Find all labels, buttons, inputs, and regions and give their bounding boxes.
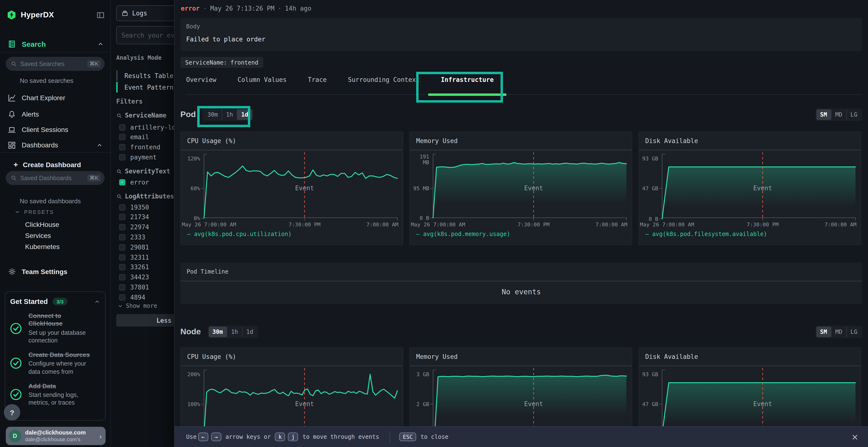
checkbox[interactable] — [119, 124, 125, 130]
help-button[interactable]: ? — [4, 404, 20, 420]
get-started-item[interactable]: Create Data SourcesConfigure where your … — [10, 351, 100, 376]
node-range-30m[interactable]: 30m — [209, 326, 227, 337]
node-range-1h[interactable]: 1h — [227, 326, 242, 337]
tab-infrastructure[interactable]: Infrastructure — [441, 76, 494, 94]
get-started-item[interactable]: Connect to ClickHouseSet up your databas… — [10, 312, 100, 344]
preset-services[interactable]: Services — [25, 232, 51, 242]
chart-card-pod-disk: 93 GB47 GB0 BMay 26 7:00:00 AM7:30:00 PM… — [639, 132, 861, 245]
checkbox[interactable] — [119, 134, 125, 140]
filter-option-34423[interactable]: 34423 — [119, 272, 149, 282]
pod-range: 30m1h1d — [203, 108, 253, 121]
event-age: 14h ago — [285, 5, 311, 12]
svg-text:May 26 7:00:00 AM: May 26 7:00:00 AM — [640, 221, 694, 228]
tab-overview[interactable]: Overview — [186, 76, 216, 94]
sidebar-item-chart-explorer[interactable]: Chart Explorer — [0, 91, 111, 105]
preset-kubernetes[interactable]: Kubernetes — [25, 243, 60, 253]
pod-size-lg[interactable]: LG — [846, 109, 861, 120]
chevron-right-icon: › — [99, 432, 102, 440]
svg-text:Event: Event — [295, 400, 314, 408]
progress-badge: 3/3 — [53, 298, 67, 305]
pod-range-1d[interactable]: 1d — [237, 109, 252, 120]
checkbox[interactable] — [119, 144, 125, 150]
create-dashboard-button[interactable]: + Create Dashboard — [13, 159, 81, 171]
filter-option-email[interactable]: email — [119, 133, 149, 142]
source-selector-button[interactable]: Logs — [116, 5, 184, 21]
checkbox[interactable] — [119, 264, 125, 271]
checkbox[interactable] — [119, 284, 125, 290]
checkbox[interactable] — [119, 294, 125, 300]
pod-size-sm[interactable]: SM — [816, 109, 831, 120]
service-name-tag[interactable]: ServiceName: frontend — [180, 57, 263, 68]
pod-size: SMMDLG — [815, 108, 862, 121]
filter-group-servicename: ServiceName — [116, 112, 166, 119]
filter-option-32311[interactable]: 32311 — [119, 252, 149, 262]
get-started-title: Get Started — [10, 298, 48, 305]
get-started-item[interactable]: Add DataStart sending logs, metrics, or … — [10, 382, 100, 407]
svg-text:0 B: 0 B — [649, 216, 658, 222]
svg-text:7:30:00 PM: 7:30:00 PM — [289, 221, 320, 228]
body-value: Failed to place order — [186, 36, 266, 43]
tab-trace[interactable]: Trace — [308, 76, 327, 94]
filter-option-frontend[interactable]: frontend — [119, 142, 160, 152]
tab-surrounding-context[interactable]: Surrounding Context — [348, 76, 420, 94]
svg-text:7:30:00 PM: 7:30:00 PM — [518, 221, 550, 228]
filter-option-33261[interactable]: 33261 — [119, 263, 149, 272]
node-size-md[interactable]: MD — [831, 326, 846, 337]
j-key: j — [288, 433, 298, 441]
svg-text:47 GB: 47 GB — [642, 185, 658, 192]
filter-option-37801[interactable]: 37801 — [119, 282, 149, 292]
filter-option-payment[interactable]: payment — [119, 152, 157, 162]
sidebar-item-search[interactable]: Search — [8, 38, 104, 50]
sidebar-item-client-sessions[interactable]: Client Sessions — [0, 122, 111, 137]
checkbox[interactable] — [119, 204, 125, 210]
svg-text:191MB: 191MB — [420, 153, 429, 166]
detail-tabs: OverviewColumn ValuesTraceSurrounding Co… — [186, 76, 862, 95]
chevron-up-icon[interactable] — [94, 299, 100, 305]
checkbox[interactable] — [119, 234, 125, 240]
saved-dashboards-input[interactable]: Saved Dashboards ⌘K — [6, 171, 105, 185]
keyboard-hints-bar: Use ← → arrow keys or k j to move throug… — [175, 426, 868, 447]
preset-clickhouse[interactable]: ClickHouse — [25, 220, 59, 231]
filter-option-21734[interactable]: 21734 — [119, 212, 149, 222]
pod-section-title: Pod — [180, 110, 196, 119]
saved-searches-input[interactable]: Saved Searches ⌘K — [6, 57, 105, 71]
show-more-button[interactable]: Show more — [118, 303, 157, 309]
svg-text:95 MB: 95 MB — [413, 185, 429, 192]
filter-option-artillery-loa[interactable]: artillery-loa — [119, 122, 179, 132]
tab-column-values[interactable]: Column Values — [238, 76, 287, 94]
checkbox[interactable] — [119, 274, 125, 280]
checkbox[interactable] — [119, 224, 125, 230]
checkbox[interactable] — [119, 154, 125, 161]
filter-option-2333[interactable]: 2333 — [119, 232, 145, 242]
presets-toggle[interactable]: PRESETS — [14, 209, 54, 215]
chevron-up-icon — [96, 142, 103, 148]
filter-group-severitytext: SeverityText — [116, 168, 170, 175]
checkbox[interactable]: ✓ — [119, 179, 125, 185]
sidebar-item-alerts[interactable]: Alerts — [0, 107, 111, 122]
node-size-sm[interactable]: SM — [816, 326, 831, 337]
event-search-input[interactable]: Search your ev — [116, 26, 184, 44]
search-nav-icon — [8, 40, 16, 48]
svg-text:May 26 7:00:00 AM: May 26 7:00:00 AM — [411, 221, 465, 228]
filter-option-22974[interactable]: 22974 — [119, 222, 149, 232]
analysis-mode-results-table[interactable]: Results Table — [116, 70, 174, 81]
pod-size-md[interactable]: MD — [831, 109, 846, 120]
collapse-sidebar-icon[interactable] — [96, 11, 105, 19]
filter-option-4894[interactable]: 4894 — [119, 293, 145, 302]
filter-option-error[interactable]: ✓error — [119, 177, 149, 187]
analysis-mode-event-patterns[interactable]: Event Patterns — [116, 82, 177, 93]
checkbox[interactable] — [119, 254, 125, 260]
user-menu[interactable]: D dale@clickhouse.com dale@clickhouse.co… — [6, 427, 105, 445]
sidebar-item-team-settings[interactable]: Team Settings — [8, 266, 67, 277]
k-key: k — [275, 433, 285, 441]
filter-option-29081[interactable]: 29081 — [119, 242, 149, 252]
node-range-1d[interactable]: 1d — [242, 326, 257, 337]
checkbox[interactable] — [119, 214, 125, 220]
pod-range-30m[interactable]: 30m — [204, 109, 222, 120]
sidebar-item-dashboards[interactable]: Dashboards — [0, 138, 111, 152]
checkbox[interactable] — [119, 244, 125, 250]
filter-option-19350[interactable]: 19350 — [119, 202, 149, 212]
node-size-lg[interactable]: LG — [846, 326, 861, 337]
close-icon[interactable]: × — [851, 432, 859, 442]
pod-range-1h[interactable]: 1h — [222, 109, 237, 120]
